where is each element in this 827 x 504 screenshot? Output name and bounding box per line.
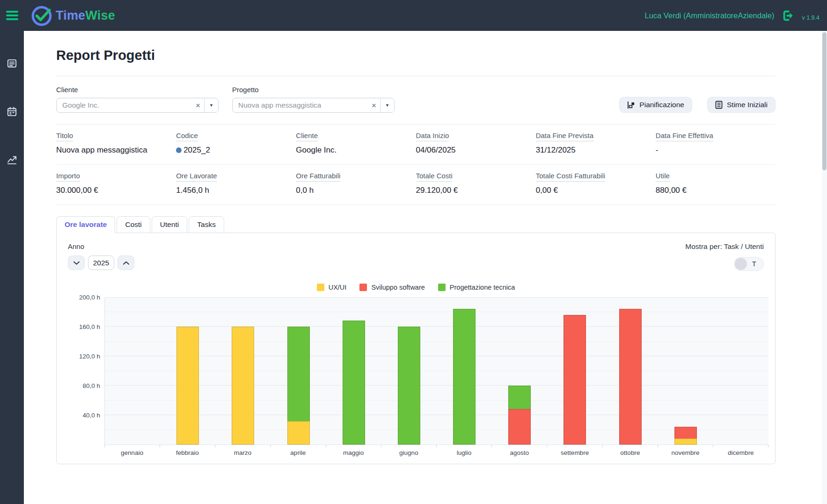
details-row: Importo30.000,00 €Ore Lavorate1.456,0 hO… <box>56 164 776 205</box>
bar-segment-progettazione-tecnica <box>453 309 476 445</box>
mostra-per-control: Mostra per: Task / Utenti T <box>685 242 764 271</box>
detail-value: 30.000,00 € <box>56 186 176 195</box>
bar-stack <box>176 327 199 445</box>
bar-segment-ux-ui <box>232 327 254 445</box>
detail-cell: TitoloNuova app messaggistica <box>56 131 176 155</box>
bar-segment-ux-ui <box>176 327 199 445</box>
year-increment-button[interactable] <box>117 256 134 270</box>
sidebar-item-reports-chart-icon[interactable] <box>7 154 17 165</box>
detail-label: Cliente <box>296 131 416 140</box>
sidebar-item-calendar-icon[interactable] <box>7 106 17 117</box>
progetto-clear-icon[interactable]: × <box>368 102 380 110</box>
toggle-letter: T <box>752 260 756 268</box>
detail-cell: Importo30.000,00 € <box>56 172 176 195</box>
detail-label: Ore Lavorate <box>176 172 296 180</box>
pianificazione-button[interactable]: Pianificazione <box>619 97 692 113</box>
detail-value-text: Google Inc. <box>296 146 337 155</box>
chevron-up-icon <box>123 261 129 265</box>
x-axis-label: aprile <box>271 449 326 456</box>
bar-stack <box>674 427 697 445</box>
title-divider <box>56 76 776 76</box>
main-content: Report Progetti Cliente × ▼ Progetto <box>24 31 827 504</box>
user-account-link[interactable]: Luca Verdi (AmministratoreAziendale) <box>645 11 775 20</box>
scrollbar-thumb[interactable] <box>822 32 827 170</box>
detail-label: Data Fine Prevista <box>536 131 656 140</box>
bar-segment-sviluppo-software <box>564 315 586 445</box>
sidebar-item-projects-list-icon[interactable] <box>7 58 17 69</box>
stime-iniziali-button[interactable]: Stime Iniziali <box>707 97 776 113</box>
pianificazione-label: Pianificazione <box>639 101 684 109</box>
bar-stack <box>508 386 531 445</box>
toolbar: Pianificazione Stime Iniziali <box>619 97 776 113</box>
chart-y-axis: 40,0 h80,0 h120,0 h160,0 h200,0 h <box>68 298 104 445</box>
year-decrement-button[interactable] <box>68 256 85 270</box>
year-input[interactable] <box>88 256 114 270</box>
cliente-label: Cliente <box>56 86 219 94</box>
detail-cell: Data Inizio04/06/2025 <box>416 131 535 155</box>
detail-cell: Ore Lavorate1.456,0 h <box>176 172 296 195</box>
y-axis-tick-label: 120,0 h <box>79 353 100 360</box>
y-axis-tick-label: 40,0 h <box>82 412 100 419</box>
project-code-dot <box>176 147 182 153</box>
detail-cell: Totale Costi Fatturabili0,00 € <box>536 172 656 195</box>
y-axis-tick-label: 80,0 h <box>82 382 100 389</box>
x-axis-label: gennaio <box>104 449 160 456</box>
x-axis-label: agosto <box>492 449 547 456</box>
month-column-marzo <box>215 298 271 445</box>
tab-costi[interactable]: Costi <box>117 216 150 233</box>
month-column-febbraio <box>160 298 215 445</box>
chevron-down-icon <box>73 261 80 265</box>
detail-label-text: Data Fine Effettiva <box>656 131 713 141</box>
detail-value: Nuova app messaggistica <box>56 146 176 155</box>
task-utenti-toggle[interactable]: T <box>734 257 764 271</box>
detail-value-text: 2025_2 <box>183 146 210 155</box>
detail-cell: Utile880,00 € <box>656 172 776 195</box>
detail-value: 31/12/2025 <box>536 146 656 155</box>
month-column-giugno <box>381 298 437 445</box>
detail-label-text: Data Inizio <box>416 131 449 141</box>
toggle-knob <box>735 258 747 270</box>
detail-cell: Totale Costi29.120,00 € <box>416 172 535 195</box>
x-axis-label: maggio <box>326 449 381 456</box>
logout-button[interactable] <box>782 9 794 22</box>
y-axis-tick-label: 160,0 h <box>79 323 100 330</box>
tab-ore-lavorate[interactable]: Ore lavorate <box>56 216 115 233</box>
top-navbar: TimeWise Luca Verdi (AmministratoreAzien… <box>0 0 827 31</box>
brand-name: TimeWise <box>56 8 115 23</box>
anno-control: Anno <box>68 242 134 271</box>
month-column-settembre <box>547 298 602 445</box>
legend-label: UX/UI <box>329 284 347 291</box>
detail-cell: Data Fine Prevista31/12/2025 <box>536 131 656 155</box>
legend-label: Sviluppo software <box>371 284 424 291</box>
filter-row: Cliente × ▼ Progetto × ▼ <box>56 86 776 113</box>
detail-cell: Data Fine Effettiva- <box>656 131 776 155</box>
details-row: TitoloNuova app messaggisticaCodice2025_… <box>56 124 776 164</box>
progetto-label: Progetto <box>232 86 395 94</box>
x-axis-label: dicembre <box>713 449 768 456</box>
month-column-novembre <box>658 298 713 445</box>
detail-label-text: Ore Lavorate <box>176 172 217 182</box>
detail-label: Totale Costi <box>416 172 535 180</box>
check-circle-logo-icon <box>30 4 54 27</box>
tab-tasks[interactable]: Tasks <box>189 216 224 233</box>
cliente-dropdown-caret-icon[interactable]: ▼ <box>204 98 218 112</box>
detail-value: Google Inc. <box>296 146 416 155</box>
progetto-input[interactable] <box>233 101 368 110</box>
detail-label-text: Ore Fatturabili <box>296 172 340 182</box>
legend-swatch <box>359 284 367 291</box>
stime-iniziali-label: Stime Iniziali <box>727 101 768 109</box>
bar-segment-sviluppo-software <box>674 427 697 438</box>
detail-value: 1.456,0 h <box>176 186 296 195</box>
bar-segment-progettazione-tecnica <box>287 327 310 421</box>
legend-swatch <box>438 284 446 291</box>
tab-utenti[interactable]: Utenti <box>152 216 188 233</box>
detail-value: 0,00 € <box>536 186 656 195</box>
cliente-input[interactable] <box>57 101 192 110</box>
logout-icon <box>782 9 794 22</box>
progetto-dropdown-caret-icon[interactable]: ▼ <box>380 98 394 112</box>
app-logo[interactable]: TimeWise <box>30 4 115 27</box>
hamburger-menu-icon[interactable] <box>0 10 24 21</box>
detail-value: 2025_2 <box>176 146 296 155</box>
cliente-clear-icon[interactable]: × <box>192 102 204 110</box>
bar-segment-progettazione-tecnica <box>343 321 365 445</box>
